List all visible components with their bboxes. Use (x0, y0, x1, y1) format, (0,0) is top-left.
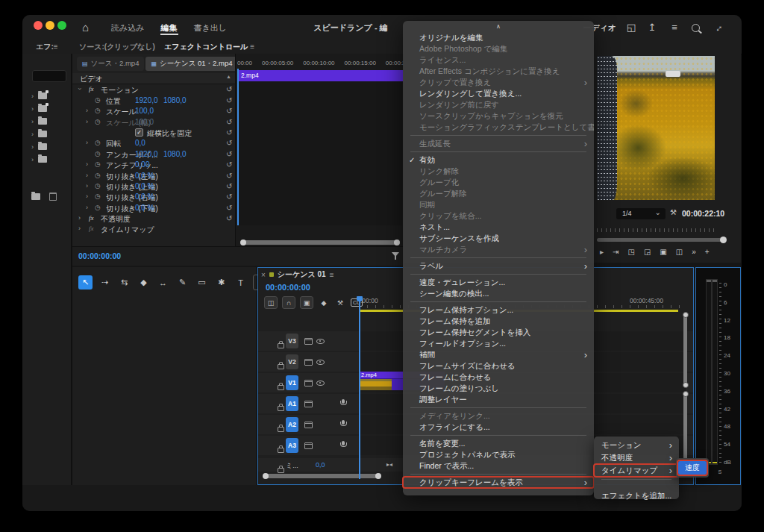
menu-item[interactable]: 補間 (403, 349, 594, 360)
menu-item[interactable]: レンダリングして置き換え... (403, 88, 594, 99)
source-patch-icon[interactable] (304, 338, 313, 345)
reset-icon[interactable]: ↺ (226, 85, 232, 93)
menu-item[interactable]: オフラインにする... (403, 422, 594, 433)
snap-icon[interactable]: ∩ (282, 296, 295, 309)
property-row[interactable]: › fx ◷ ✓ スケール 100,0 ↺ ▲ (72, 106, 235, 116)
playhead[interactable] (359, 296, 360, 479)
bin-row[interactable]: › (22, 153, 71, 166)
menu-item[interactable]: プロジェクトパネルで表示 (403, 449, 594, 460)
linked-selection-icon[interactable]: ▣ (300, 296, 313, 309)
play-in-to-out-icon[interactable]: ▸ (600, 248, 604, 256)
bin-row[interactable]: › (22, 102, 71, 115)
submenu-item[interactable]: エフェクトを追加... (594, 489, 679, 502)
track-target-badge[interactable]: V2 (286, 354, 298, 369)
reset-icon[interactable]: ↺ (226, 128, 232, 137)
program-timecode[interactable]: 00:00:22:10 (682, 209, 724, 218)
search-icon[interactable] (692, 24, 700, 32)
menu-item[interactable] (403, 133, 594, 138)
menu-item[interactable]: サブシーケンスを作成 (403, 233, 594, 244)
voiceover-record-icon[interactable] (342, 441, 345, 445)
chevron-right-icon[interactable]: › (31, 143, 34, 151)
reset-icon[interactable]: ↺ (226, 150, 232, 158)
monitor-mini-ruler[interactable] (597, 228, 716, 232)
menu-item[interactable]: ソースクリップからキャプションを復元 (403, 110, 594, 122)
fit-timeline-icon[interactable]: ▸◂ (386, 461, 392, 468)
chevron-icon[interactable]: › (86, 107, 88, 114)
keyframe-lanes[interactable] (237, 81, 402, 225)
track-target-badge[interactable]: V3 (286, 334, 298, 348)
reset-icon[interactable]: ↺ (226, 160, 232, 169)
menu-item[interactable] (403, 255, 594, 260)
property-value[interactable]: 1920,0 (135, 96, 158, 104)
close-icon[interactable]: × (261, 271, 266, 279)
chevron-right-icon[interactable]: › (31, 156, 34, 163)
more-icon[interactable]: » (692, 248, 696, 256)
close-window-button[interactable] (34, 21, 43, 30)
filter-icon[interactable] (392, 252, 399, 257)
menu-item[interactable]: 生成延長 (403, 138, 594, 149)
chevron-icon[interactable]: › (78, 214, 81, 222)
menu-item[interactable]: ネスト... (403, 222, 594, 233)
property-value[interactable]: 0,00 (135, 160, 149, 169)
timeline-settings-icon[interactable]: ⚒ (334, 297, 346, 308)
stopwatch-icon[interactable]: ◷ (95, 118, 101, 125)
track-select-forward-tool[interactable]: ⇢ (98, 275, 112, 290)
voiceover-record-icon[interactable] (342, 420, 345, 425)
speed-menu-item[interactable]: 速度 (678, 461, 707, 475)
reset-icon[interactable]: ↺ (226, 139, 232, 147)
menu-item[interactable] (403, 272, 594, 277)
delete-icon[interactable] (49, 193, 57, 201)
home-icon[interactable]: ⌂ (82, 15, 89, 40)
menu-item[interactable]: グループ解除 (403, 188, 594, 199)
source-patch-icon[interactable] (304, 359, 313, 366)
chevron-icon[interactable]: › (86, 118, 88, 125)
razor-tool[interactable]: ◆ (137, 275, 151, 290)
menu-item[interactable]: オリジナルを編集 (403, 32, 594, 43)
submenu-item[interactable]: モーション (594, 439, 679, 451)
track-target-badge[interactable]: A2 (286, 417, 298, 432)
property-value[interactable]: 0,0 % (135, 204, 154, 212)
property-value[interactable]: 0,0 % (135, 172, 154, 180)
lock-icon[interactable] (278, 442, 284, 456)
property-row[interactable]: › fx ◷ ✓ 切り抜き (左端) 0,0 % ↺ ▲ (72, 171, 235, 181)
menu-item[interactable]: リンク解除 (403, 166, 594, 177)
menu-item[interactable]: ラベル (403, 260, 594, 272)
type-tool[interactable]: T (234, 275, 248, 290)
lift-icon[interactable]: ◳ (627, 248, 634, 256)
property-row[interactable]: › fx ◷ ✓ モーション ↺ ▲ (72, 84, 235, 95)
stopwatch-icon[interactable]: ◷ (95, 160, 101, 168)
property-value-2[interactable]: 1080,0 (163, 150, 187, 158)
menu-item[interactable]: フレームサイズに合わせる (403, 360, 594, 372)
reset-icon[interactable]: ↺ (226, 182, 232, 190)
timeline-timecode[interactable]: 00:00:00:00 (266, 283, 310, 292)
reset-icon[interactable]: ↺ (226, 107, 232, 115)
stopwatch-icon[interactable]: ◷ (95, 182, 101, 190)
menu-item[interactable] (403, 405, 594, 410)
panel-menu-icon[interactable]: ≡ (330, 271, 334, 279)
mini-playhead[interactable] (237, 69, 239, 225)
property-row[interactable]: › fx ◷ ✓ 切り抜き (上端) 0,0 % ↺ ▲ (72, 181, 235, 192)
menu-item[interactable]: 速度・デュレーション... (403, 277, 594, 288)
chevron-right-icon[interactable]: › (31, 118, 34, 125)
stopwatch-icon[interactable]: ◷ (95, 172, 101, 179)
lock-icon[interactable] (278, 338, 284, 351)
property-row[interactable]: › fx ◷ ✓ 不透明度 ↺ ▲ (72, 213, 235, 224)
panel-menu-icon[interactable]: ≡ (250, 43, 254, 51)
new-bin-icon[interactable] (31, 193, 40, 200)
track-target-badge[interactable]: A3 (286, 438, 298, 453)
master-volume-value[interactable]: 0,0 (316, 461, 325, 469)
menu-item[interactable]: シーン編集の検出... (403, 288, 594, 299)
menu-item[interactable]: 調整レイヤー (403, 394, 594, 405)
stopwatch-icon[interactable]: ◷ (95, 204, 101, 211)
menu-item[interactable]: フィールドオプション... (403, 338, 594, 349)
extract-icon[interactable]: ◲ (644, 248, 651, 256)
chevron-right-icon[interactable]: › (31, 131, 34, 138)
chevron-icon[interactable]: › (78, 225, 81, 232)
lock-icon[interactable] (278, 401, 284, 414)
property-row[interactable]: › fx ◷ ✓ アンカーポイ... 1920,0 1080,0 ↺ ▲ (72, 149, 235, 160)
hand-tool[interactable]: ✱ (214, 275, 228, 290)
property-value[interactable]: 0,0 % (135, 182, 154, 190)
property-row[interactable]: › fx ◷ ✓ 縦横比を固定 ↺ ▲ (72, 128, 235, 138)
chevron-icon[interactable]: › (86, 193, 88, 200)
fullscreen-icon[interactable]: ↔ (710, 15, 725, 40)
